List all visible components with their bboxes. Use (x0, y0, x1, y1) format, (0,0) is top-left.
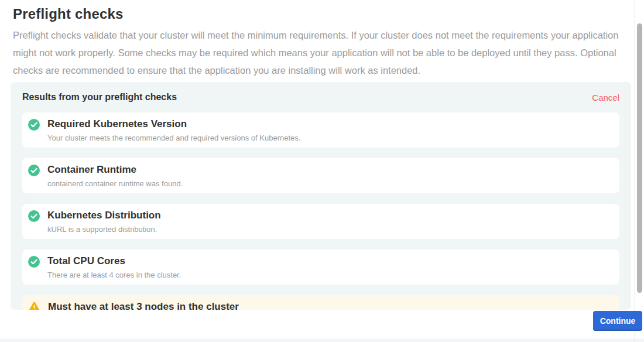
check-message: There are at least 4 cores in the cluste… (47, 271, 181, 279)
check-list: Required Kubernetes Version Your cluster… (22, 112, 619, 310)
check-card: Container Runtime containerd container r… (22, 158, 619, 193)
warning-triangle-icon (28, 302, 40, 310)
check-title: Kubernetes Distribution (47, 210, 161, 221)
check-card: Required Kubernetes Version Your cluster… (22, 112, 619, 148)
check-text: Total CPU Cores There are at least 4 cor… (47, 255, 181, 279)
panel-heading: Results from your preflight checks (22, 92, 177, 102)
check-message: Your cluster meets the recommended and r… (47, 134, 300, 142)
check-title: Required Kubernetes Version (47, 118, 300, 130)
page-title: Preflight checks (13, 6, 631, 22)
panel-header: Results from your preflight checks Cance… (22, 91, 619, 103)
check-card: Must have at least 3 nodes in the cluste… (22, 295, 619, 310)
check-circle-icon (28, 210, 40, 222)
page-description: Preflight checks validate that your clus… (13, 26, 625, 79)
check-text: Required Kubernetes Version Your cluster… (47, 118, 300, 142)
continue-button[interactable]: Continue (593, 311, 642, 331)
bottom-strip (0, 338, 644, 342)
check-card: Total CPU Cores There are at least 4 cor… (22, 249, 619, 285)
check-circle-icon (28, 256, 40, 268)
check-text: Kubernetes Distribution kURL is a suppor… (47, 210, 161, 234)
check-text: Container Runtime containerd container r… (47, 164, 183, 188)
check-circle-icon (28, 119, 40, 131)
check-title: Total CPU Cores (47, 255, 181, 267)
cancel-button[interactable]: Cancel (592, 93, 619, 102)
scrollbar-track-divider (635, 0, 635, 342)
check-message: kURL is a supported distribution. (47, 225, 161, 234)
scrollbar-thumb[interactable] (637, 23, 642, 293)
preflight-results-panel: Results from your preflight checks Cance… (11, 82, 631, 310)
check-title: Container Runtime (47, 164, 183, 176)
page-header: Preflight checks Preflight checks valida… (0, 0, 644, 79)
check-title: Must have at least 3 nodes in the cluste… (48, 301, 239, 310)
check-card: Kubernetes Distribution kURL is a suppor… (22, 204, 619, 239)
check-text: Must have at least 3 nodes in the cluste… (48, 301, 239, 310)
check-message: containerd container runtime was found. (47, 179, 183, 188)
check-circle-icon (28, 165, 40, 176)
